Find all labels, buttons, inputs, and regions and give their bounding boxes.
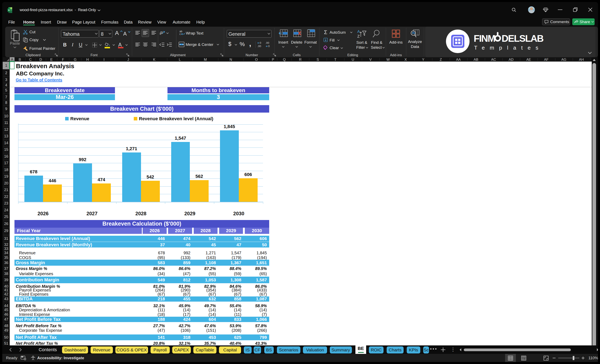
svg-text:x: x [8, 9, 10, 12]
svg-text:.00: .00 [257, 45, 261, 47]
svg-text:Templates: Templates [474, 45, 543, 51]
svg-text:ab: ab [179, 30, 182, 33]
svg-text:DELSLAB: DELSLAB [502, 33, 544, 44]
svg-text:0: 0 [260, 41, 261, 45]
svg-text:c: c [179, 33, 181, 36]
svg-text:A: A [357, 29, 360, 34]
svg-text:Z: Z [357, 34, 360, 38]
svg-text:.00: .00 [265, 41, 269, 45]
svg-text:FINM: FINM [474, 33, 495, 44]
svg-text:0: 0 [268, 45, 270, 47]
